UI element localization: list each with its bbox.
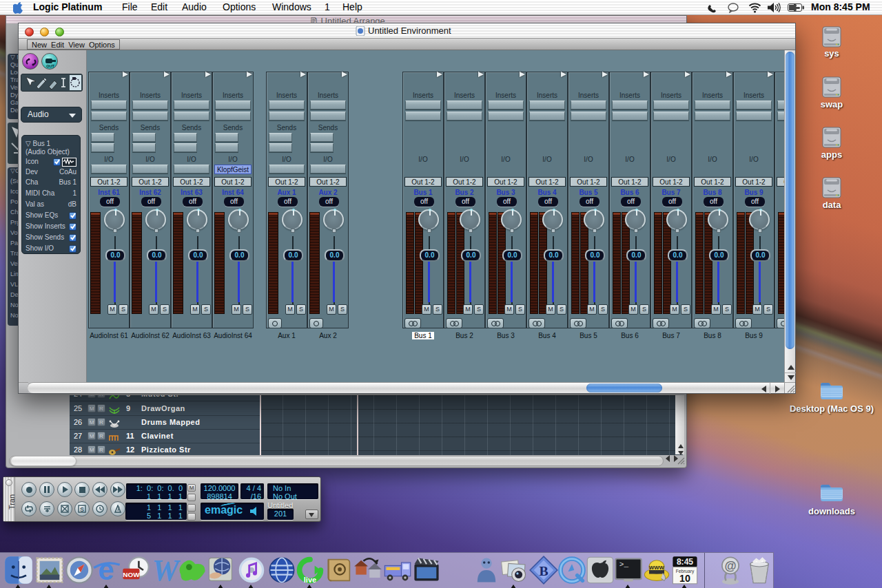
svg-text:e: e	[98, 555, 114, 585]
svg-text:10: 10	[679, 573, 690, 584]
svg-text:WWW: WWW	[649, 565, 665, 571]
svg-text:NOW: NOW	[123, 571, 140, 578]
svg-text:B: B	[539, 563, 548, 578]
svg-text:8:45: 8:45	[677, 557, 693, 567]
svg-text:@: @	[724, 559, 736, 573]
svg-text:OUT: OUT	[46, 64, 54, 68]
svg-text:>_: >_	[619, 560, 629, 569]
svg-text:S: S	[80, 506, 84, 513]
svg-text:W: W	[152, 555, 181, 585]
svg-text:live: live	[304, 576, 316, 584]
